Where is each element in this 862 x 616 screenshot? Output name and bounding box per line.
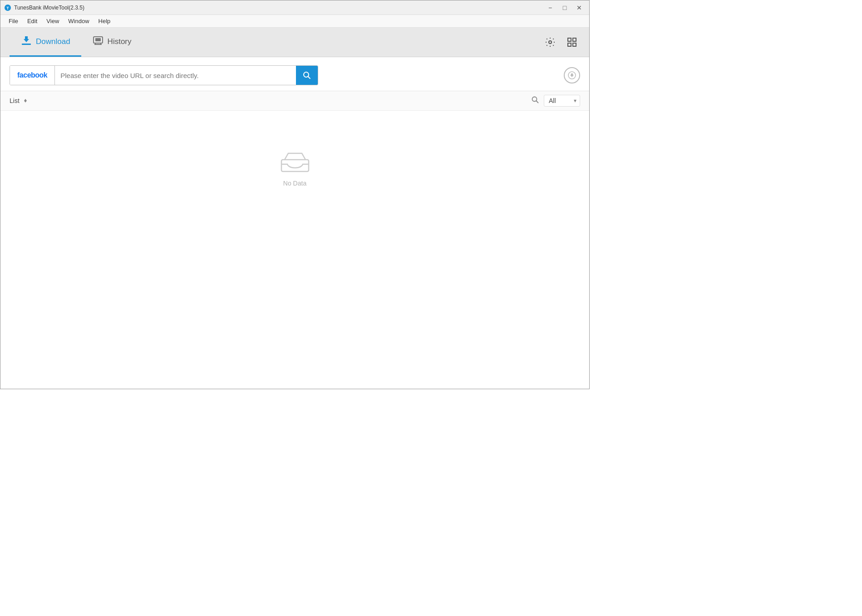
- svg-marker-17: [570, 73, 574, 77]
- tab-history-label: History: [108, 37, 132, 46]
- paste-download-button[interactable]: [564, 67, 580, 83]
- menu-edit[interactable]: Edit: [23, 16, 42, 26]
- title-bar: T TunesBank iMovieTool(2.3.5) − □ ✕: [0, 0, 589, 15]
- platform-button[interactable]: facebook: [10, 66, 55, 85]
- menu-view[interactable]: View: [42, 16, 64, 26]
- search-icon: [302, 71, 311, 80]
- maximize-button[interactable]: □: [558, 2, 571, 13]
- close-button[interactable]: ✕: [573, 2, 586, 13]
- svg-line-15: [308, 77, 310, 79]
- gear-icon: [545, 37, 556, 48]
- sort-icon: [22, 98, 29, 104]
- no-data-icon: [279, 147, 311, 173]
- tab-history[interactable]: History: [81, 28, 143, 57]
- search-button[interactable]: [296, 66, 318, 85]
- svg-marker-18: [24, 99, 27, 101]
- svg-rect-13: [573, 43, 576, 46]
- tab-download[interactable]: Download: [10, 28, 81, 57]
- svg-rect-11: [573, 38, 576, 41]
- list-label-area[interactable]: List: [10, 97, 29, 104]
- menu-bar: File Edit View Window Help: [0, 15, 589, 28]
- no-data-text: No Data: [283, 180, 306, 187]
- svg-line-21: [536, 101, 538, 103]
- settings-button[interactable]: [542, 34, 558, 50]
- svg-rect-10: [568, 38, 571, 41]
- svg-rect-22: [281, 160, 309, 171]
- svg-marker-3: [24, 36, 29, 42]
- app-icon: T: [4, 4, 11, 11]
- svg-rect-12: [568, 43, 571, 46]
- filter-select[interactable]: All Video Audio: [544, 95, 580, 107]
- svg-text:T: T: [6, 6, 9, 10]
- circle-download-icon: [568, 71, 576, 79]
- svg-rect-2: [22, 44, 31, 45]
- svg-rect-8: [95, 38, 101, 41]
- search-area: facebook: [0, 57, 589, 91]
- menu-window[interactable]: Window: [64, 16, 94, 26]
- list-search-icon[interactable]: [531, 96, 539, 106]
- svg-point-9: [549, 41, 552, 44]
- minimize-button[interactable]: −: [544, 2, 557, 13]
- list-right: All Video Audio ▾: [531, 95, 580, 107]
- list-header: List All Video Audio ▾: [0, 91, 589, 111]
- tab-download-label: Download: [36, 37, 70, 46]
- history-tab-icon: [92, 34, 104, 49]
- toolbar-right: [542, 34, 580, 50]
- filter-wrapper: All Video Audio ▾: [544, 95, 580, 107]
- grid-button[interactable]: [564, 34, 580, 50]
- window-controls: − □ ✕: [544, 2, 586, 13]
- svg-marker-19: [24, 101, 27, 103]
- grid-icon: [566, 37, 577, 48]
- list-label-text: List: [10, 97, 20, 104]
- toolbar: Download History: [0, 28, 589, 57]
- menu-file[interactable]: File: [4, 16, 23, 26]
- app-title: TunesBank iMovieTool(2.3.5): [14, 5, 84, 11]
- empty-state: No Data: [0, 111, 589, 205]
- download-tab-icon: [20, 34, 32, 49]
- toolbar-tabs: Download History: [10, 28, 143, 57]
- search-input[interactable]: [55, 66, 296, 85]
- menu-help[interactable]: Help: [94, 16, 115, 26]
- search-box: facebook: [10, 65, 318, 85]
